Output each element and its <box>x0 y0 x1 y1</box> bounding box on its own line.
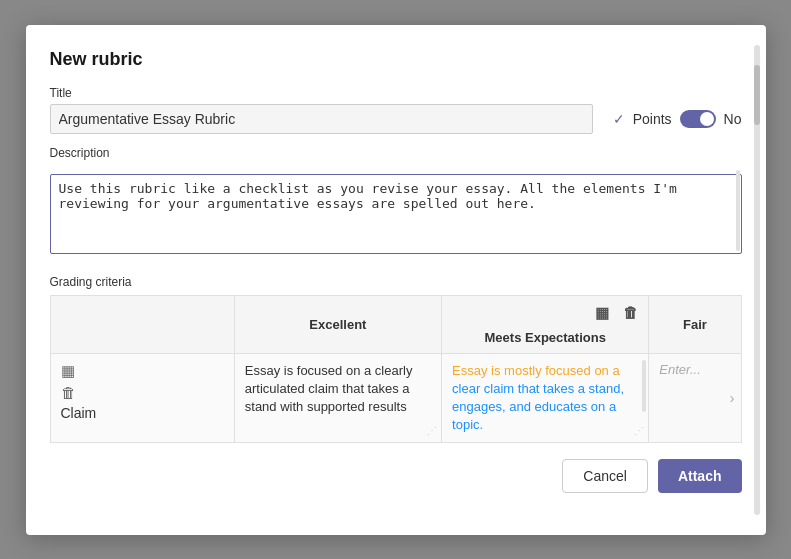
toggle-no-label: No <box>724 111 742 127</box>
rubric-table: Excellent ▦ 🗑 Meets Expectations Fair <box>50 295 742 444</box>
meets-content-cell[interactable]: Essay is mostly focused on a clear claim… <box>442 353 649 443</box>
attach-button[interactable]: Attach <box>658 459 742 493</box>
excellent-content-cell[interactable]: Essay is focused on a clearly articulate… <box>234 353 441 443</box>
table-row: ▦ 🗑 Claim Essay is focused on a clearly … <box>50 353 741 443</box>
checkmark-icon: ✓ <box>613 111 625 127</box>
meets-col-header: ▦ 🗑 Meets Expectations <box>442 295 649 353</box>
points-label: Points <box>633 111 672 127</box>
new-rubric-dialog: New rubric Title ✓ Points No Description… <box>26 25 766 535</box>
delete-icon[interactable]: 🗑 <box>623 304 638 322</box>
fair-col-header: Fair <box>649 295 741 353</box>
resize-handle-excellent[interactable]: ⋰ <box>427 424 437 438</box>
dialog-scrollbar[interactable] <box>754 45 760 515</box>
excellent-col-header: Excellent <box>234 295 441 353</box>
resize-handle-meets[interactable]: ⋰ <box>634 424 644 438</box>
description-label: Description <box>50 146 742 160</box>
points-toggle[interactable] <box>680 110 716 128</box>
criteria-cell: ▦ 🗑 Claim <box>50 353 234 443</box>
copy-icon[interactable]: ▦ <box>595 304 609 322</box>
trash-icon[interactable]: 🗑 <box>61 384 224 401</box>
fair-expand-arrow[interactable]: › <box>730 390 735 406</box>
title-label: Title <box>50 86 593 100</box>
criteria-name: Claim <box>61 405 224 421</box>
meets-cell-scrollbar[interactable] <box>642 360 646 413</box>
title-input[interactable] <box>50 104 593 134</box>
grading-criteria-label: Grading criteria <box>50 275 742 289</box>
cancel-button[interactable]: Cancel <box>562 459 648 493</box>
dialog-title: New rubric <box>50 49 742 70</box>
fair-content-cell[interactable]: Enter... › <box>649 353 741 443</box>
textarea-scrollbar[interactable] <box>736 170 740 251</box>
rubric-header-row: Excellent ▦ 🗑 Meets Expectations Fair <box>50 295 741 353</box>
description-textarea[interactable]: Use this rubric like a checklist as you … <box>50 174 742 254</box>
dialog-footer: Cancel Attach <box>50 459 742 493</box>
criteria-col-header <box>50 295 234 353</box>
document-icon[interactable]: ▦ <box>61 362 224 380</box>
